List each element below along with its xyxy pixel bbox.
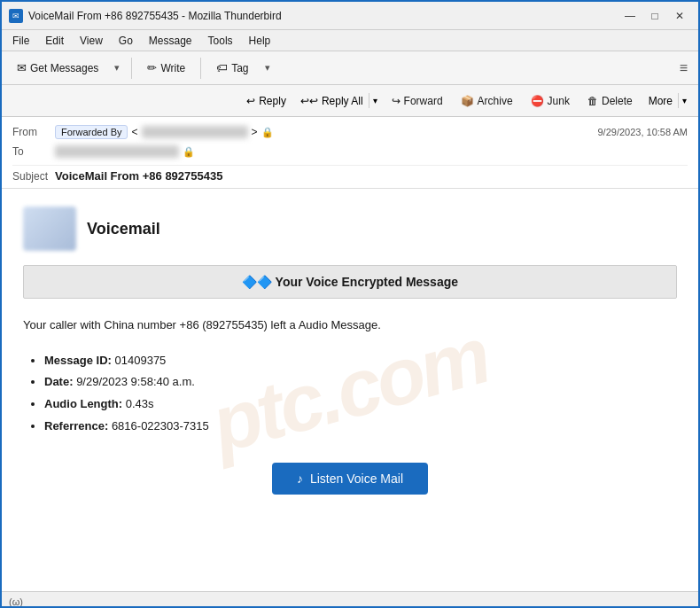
- more-dropdown[interactable]: ▾: [678, 93, 690, 108]
- hamburger-menu[interactable]: ≡: [676, 57, 691, 80]
- listen-icon: ♪: [297, 472, 303, 486]
- toolbar-separator-2: [200, 58, 201, 79]
- forward-icon: ↪: [392, 95, 401, 107]
- tag-icon: 🏷: [216, 61, 228, 74]
- reply-split-button: ↩ Reply: [240, 91, 292, 111]
- from-email-blurred: [142, 126, 248, 138]
- voicemail-title: Voicemail: [87, 220, 160, 238]
- list-item: Date: 9/29/2023 9:58:40 a.m.: [44, 373, 677, 392]
- security-icon[interactable]: 🔒: [261, 127, 274, 138]
- voicemail-avatar: [23, 207, 76, 251]
- more-button[interactable]: More: [643, 92, 678, 110]
- delete-button[interactable]: 🗑 Delete: [579, 91, 641, 111]
- email-headers: From Forwarded By < > 🔒 9/29/2023, 10:58…: [2, 117, 698, 189]
- listen-voicemail-button[interactable]: ♪ Listen Voice Mail: [272, 463, 428, 495]
- message-details: Message ID: 01409375 Date: 9/29/2023 9:5…: [23, 352, 677, 436]
- from-value: Forwarded By < > 🔒: [55, 125, 590, 139]
- reply-all-icon: ↩↩: [300, 95, 318, 107]
- detail-label-1: Date:: [44, 375, 74, 388]
- menu-go[interactable]: Go: [112, 33, 140, 49]
- from-address[interactable]: Forwarded By: [55, 125, 128, 139]
- write-button[interactable]: ✏ Write: [139, 57, 193, 79]
- body-text: Your caller with China number +86 (89275…: [23, 316, 677, 334]
- to-label: To: [12, 145, 48, 158]
- email-body: ptc.com Voicemail 🔷🔷 Your Voice Encrypte…: [2, 189, 698, 591]
- junk-label: Junk: [548, 95, 570, 107]
- menu-bar: File Edit View Go Message Tools Help: [2, 30, 698, 51]
- tag-button[interactable]: 🏷 Tag: [208, 57, 256, 79]
- encrypted-banner-text: 🔷🔷 Your Voice Encrypted Message: [242, 275, 458, 289]
- reply-icon: ↩: [246, 95, 255, 107]
- forward-button[interactable]: ↪ Forward: [384, 91, 451, 111]
- to-value: 🔒: [55, 145, 688, 158]
- archive-label: Archive: [478, 95, 513, 107]
- list-item: Message ID: 01409375: [44, 352, 677, 370]
- encrypted-banner: 🔷🔷 Your Voice Encrypted Message: [23, 265, 677, 299]
- subject-row: Subject VoiceMail From +86 892755435: [12, 165, 688, 183]
- listen-label: Listen Voice Mail: [310, 472, 403, 486]
- get-messages-button[interactable]: ✉ Get Messages: [9, 57, 106, 79]
- detail-val-2: 0.43s: [126, 397, 154, 410]
- to-security-icon[interactable]: 🔒: [183, 146, 195, 158]
- reply-button[interactable]: ↩ Reply: [241, 92, 292, 110]
- menu-file[interactable]: File: [5, 33, 36, 49]
- action-bar: ↩ Reply ↩↩ Reply All ▾ ↪ Forward 📦 Archi…: [2, 85, 698, 117]
- app-icon: ✉: [9, 9, 23, 23]
- voicemail-header: Voicemail: [23, 207, 677, 251]
- listen-btn-wrapper: ♪ Listen Voice Mail: [23, 463, 677, 495]
- delete-icon: 🗑: [587, 95, 598, 107]
- get-messages-dropdown[interactable]: ▾: [110, 58, 124, 78]
- reply-label: Reply: [259, 95, 286, 107]
- status-icon: (ω): [9, 596, 23, 607]
- list-item: Referrence: 6816-022303-7315: [44, 417, 677, 436]
- from-label: From: [12, 126, 48, 138]
- menu-edit[interactable]: Edit: [38, 33, 71, 49]
- window-title: VoiceMail From +86 892755435 - Mozilla T…: [28, 10, 282, 22]
- more-label: More: [649, 95, 673, 107]
- title-bar-left: ✉ VoiceMail From +86 892755435 - Mozilla…: [9, 9, 282, 23]
- from-row: From Forwarded By < > 🔒 9/29/2023, 10:58…: [12, 122, 688, 142]
- get-messages-icon: ✉: [17, 61, 27, 74]
- delete-label: Delete: [602, 95, 633, 107]
- reply-all-split-button: ↩↩ Reply All ▾: [294, 91, 382, 111]
- junk-button[interactable]: ⛔ Junk: [523, 91, 578, 111]
- subject-label: Subject: [12, 170, 48, 183]
- forward-label: Forward: [404, 95, 443, 107]
- maximize-button[interactable]: □: [643, 7, 666, 25]
- menu-message[interactable]: Message: [142, 33, 199, 49]
- detail-val-3: 6816-022303-7315: [112, 419, 209, 433]
- detail-label-3: Referrence:: [44, 419, 108, 433]
- reply-all-dropdown[interactable]: ▾: [369, 93, 381, 108]
- detail-val-0: 01409375: [115, 354, 167, 367]
- reply-all-button[interactable]: ↩↩ Reply All: [295, 92, 369, 110]
- reply-all-label: Reply All: [322, 95, 363, 107]
- to-address-blurred: [55, 145, 179, 158]
- minimize-button[interactable]: —: [618, 7, 642, 25]
- menu-help[interactable]: Help: [242, 33, 278, 49]
- email-content: Voicemail 🔷🔷 Your Voice Encrypted Messag…: [2, 189, 698, 530]
- detail-label-2: Audio Length:: [44, 397, 122, 410]
- close-button[interactable]: ✕: [668, 7, 691, 25]
- archive-button[interactable]: 📦 Archive: [453, 91, 521, 111]
- write-icon: ✏: [147, 61, 157, 74]
- menu-tools[interactable]: Tools: [201, 33, 240, 49]
- title-bar-controls: — □ ✕: [618, 7, 691, 25]
- title-bar: ✉ VoiceMail From +86 892755435 - Mozilla…: [2, 2, 698, 30]
- toolbar-separator-1: [131, 58, 132, 79]
- main-toolbar: ✉ Get Messages ▾ ✏ Write 🏷 Tag ▾ ≡: [2, 51, 698, 85]
- get-messages-label: Get Messages: [30, 62, 98, 74]
- list-item: Audio Length: 0.43s: [44, 395, 677, 414]
- to-row: To 🔒: [12, 142, 688, 161]
- detail-label-0: Message ID:: [44, 354, 112, 367]
- junk-icon: ⛔: [531, 95, 544, 107]
- subject-value: VoiceMail From +86 892755435: [55, 169, 222, 183]
- detail-val-1: 9/29/2023 9:58:40 a.m.: [76, 375, 195, 388]
- tag-dropdown[interactable]: ▾: [261, 58, 275, 78]
- archive-icon: 📦: [461, 95, 474, 107]
- more-split-button: More ▾: [642, 91, 691, 111]
- status-bar: (ω): [2, 591, 698, 608]
- menu-view[interactable]: View: [73, 33, 110, 49]
- tag-label: Tag: [231, 62, 248, 74]
- from-email-bracket-open: <: [131, 126, 137, 138]
- from-email-bracket-close: >: [252, 126, 258, 138]
